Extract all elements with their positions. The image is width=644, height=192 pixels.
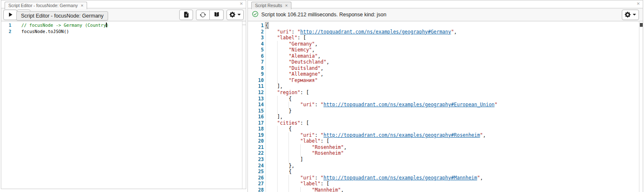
- code-text: ],: [264, 114, 283, 120]
- docs-button[interactable]: [210, 10, 224, 20]
- script-results-statusbar: Script took 106.212 milliseconds. Respon…: [248, 8, 643, 21]
- line-number: 28: [248, 187, 264, 192]
- refresh-button[interactable]: [196, 10, 210, 20]
- json-string: "label": [277, 35, 297, 41]
- tab-script-results[interactable]: Script Results ×: [251, 2, 291, 9]
- json-string: "uri": [300, 132, 315, 138]
- indent-guide: [265, 156, 277, 163]
- json-line[interactable]: 17 "cities": [: [248, 120, 643, 126]
- json-line[interactable]: 26 "uri": "http://topquadrant.com/ns/exa…: [248, 175, 643, 181]
- matched-bracket: {: [265, 23, 268, 28]
- code-text: "Alemania",: [264, 53, 321, 59]
- json-line[interactable]: 18 {: [248, 126, 643, 132]
- script-editor[interactable]: 1// focusNode -> Germany (Country)2focus…: [1, 21, 246, 189]
- json-line[interactable]: 8 "Duitsland",: [248, 65, 643, 72]
- tab-close-icon[interactable]: ×: [285, 3, 288, 8]
- file-arrow-up-icon: [183, 12, 189, 18]
- json-results-viewer[interactable]: 1{2 "uri": "http://topquadrant.com/ns/ex…: [248, 21, 643, 192]
- json-line[interactable]: 21 "Rosenheim",: [248, 144, 643, 151]
- json-line[interactable]: 1{: [248, 23, 643, 29]
- indent-guide: [265, 29, 277, 35]
- indent-guide: [265, 132, 277, 138]
- code-text: "region": [: [264, 90, 309, 96]
- pane-close-icon[interactable]: ×: [636, 1, 640, 6]
- quote-mark: ": [451, 29, 454, 35]
- scrollbar-thumb[interactable]: [640, 23, 643, 27]
- indent-guide: [277, 102, 289, 108]
- indent-guide: [289, 144, 300, 151]
- json-line[interactable]: 9 "Allemagne",: [248, 71, 643, 77]
- line-number: 11: [248, 83, 264, 90]
- json-line[interactable]: 13 {: [248, 96, 643, 102]
- indent-guide: [277, 108, 289, 114]
- tab-script-editor-label: Script Editor - focusNode: Germany: [8, 3, 78, 8]
- json-string: "cities": [277, 120, 300, 126]
- json-line[interactable]: 24 },: [248, 163, 643, 169]
- settings-button[interactable]: [227, 10, 244, 20]
- code-line[interactable]: 2focusNode.toJSON(): [1, 28, 246, 35]
- indent-guide: [265, 41, 277, 47]
- json-line[interactable]: 27 "label": [: [248, 181, 643, 187]
- code-text: "label": [: [264, 35, 306, 41]
- json-string: "uri": [300, 175, 315, 181]
- line-number: 16: [248, 114, 264, 120]
- indent-guide: [277, 53, 289, 59]
- run-script-button[interactable]: [3, 10, 17, 20]
- json-line[interactable]: 22 "Rosenheim": [248, 150, 643, 156]
- json-line[interactable]: 10 "Германия": [248, 77, 643, 84]
- script-editor-lines: 1// focusNode -> Germany (Country)2focus…: [1, 21, 246, 34]
- indent-guide: [265, 35, 277, 41]
- indent-guide: [265, 126, 277, 132]
- gear-icon: [229, 12, 235, 18]
- json-line[interactable]: 11 ],: [248, 83, 643, 90]
- line-number: 23: [248, 156, 264, 163]
- json-line[interactable]: 3 "label": [: [248, 35, 643, 41]
- indent-guide: [265, 120, 277, 126]
- url-link[interactable]: http://topquadrant.com/ns/examples/geogr…: [323, 102, 495, 108]
- indent-guide: [265, 169, 277, 175]
- indent-guide: [265, 163, 277, 169]
- json-line[interactable]: 28 "Mannheim",: [248, 187, 643, 192]
- json-line[interactable]: 15 }: [248, 108, 643, 114]
- json-line[interactable]: 7 "Deutschland",: [248, 59, 643, 65]
- url-link[interactable]: http://topquadrant.com/ns/examples/geogr…: [300, 29, 451, 35]
- tab-close-icon[interactable]: ×: [81, 3, 83, 8]
- code-line[interactable]: 1// focusNode -> Germany (Country): [1, 22, 246, 28]
- code-text: {: [264, 96, 291, 102]
- json-line[interactable]: 20 "label": [: [248, 138, 643, 144]
- line-number: 2: [1, 28, 11, 35]
- code-text: "Duitsland",: [264, 65, 323, 72]
- json-line[interactable]: 14 "uri": "http://topquadrant.com/ns/exa…: [248, 102, 643, 108]
- line-number: 6: [248, 53, 264, 59]
- code-text: "Rosenheim": [264, 150, 344, 156]
- results-settings-button[interactable]: [622, 10, 639, 20]
- code-text: "uri": "http://topquadrant.com/ns/exampl…: [264, 175, 483, 181]
- indent-guide: [277, 59, 289, 65]
- json-line[interactable]: 25 {: [248, 169, 643, 175]
- indent-guide: [277, 181, 289, 187]
- pane-close-icon[interactable]: ×: [240, 1, 243, 6]
- line-number: 5: [248, 47, 264, 53]
- json-string: "label": [300, 138, 320, 144]
- tab-script-editor[interactable]: Script Editor - focusNode: Germany ×: [5, 2, 87, 9]
- json-line[interactable]: 4 "Germany",: [248, 41, 643, 47]
- code-text: },: [264, 163, 294, 169]
- json-line[interactable]: 5 "Niemcy",: [248, 47, 643, 53]
- results-scrollbar[interactable]: [639, 21, 643, 192]
- url-link[interactable]: http://topquadrant.com/ns/examples/geogr…: [323, 132, 480, 138]
- json-line[interactable]: 12 "region": [: [248, 90, 643, 96]
- json-line[interactable]: 2 "uri": "http://topquadrant.com/ns/exam…: [248, 29, 643, 35]
- json-line[interactable]: 23 ]: [248, 156, 643, 163]
- indent-guide: [265, 59, 277, 65]
- url-link[interactable]: http://topquadrant.com/ns/examples/geogr…: [323, 175, 477, 181]
- line-number: 24: [248, 163, 264, 169]
- code-text: "Deutschland",: [264, 59, 329, 65]
- line-number: 12: [248, 90, 264, 96]
- json-line[interactable]: 6 "Alemania",: [248, 53, 643, 59]
- export-script-button[interactable]: [179, 10, 193, 20]
- json-line[interactable]: 19 "uri": "http://topquadrant.com/ns/exa…: [248, 132, 643, 138]
- line-number: 15: [248, 108, 264, 114]
- editor-scrollbar[interactable]: [242, 21, 246, 189]
- indent-guide: [277, 163, 289, 169]
- json-line[interactable]: 16 ],: [248, 114, 643, 120]
